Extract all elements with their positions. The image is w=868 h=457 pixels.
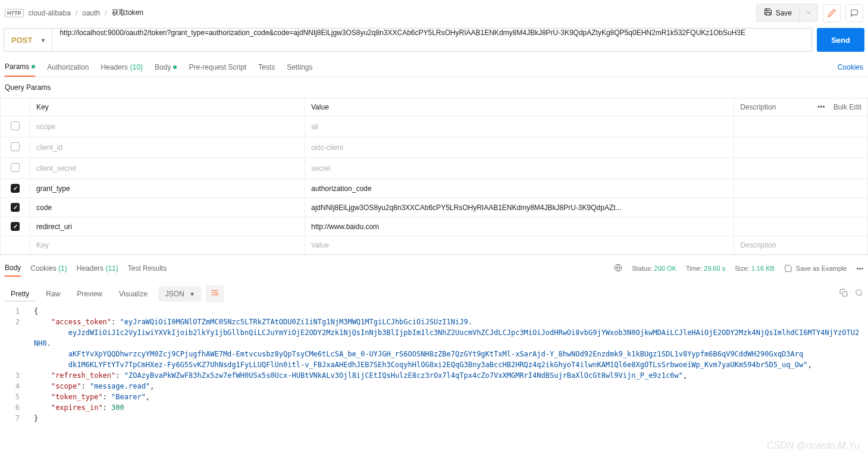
- svg-rect-4: [842, 292, 847, 296]
- param-description[interactable]: [734, 179, 868, 198]
- table-row-new: KeyValueDescription: [1, 236, 868, 255]
- size: Size: 1.16 KB: [735, 265, 775, 272]
- breadcrumb-current: 获取token: [112, 8, 143, 18]
- time: Time: 29.60 s: [686, 265, 725, 272]
- request-bar: POST ▾ http://localhost:9000/oauth2/toke…: [4, 28, 812, 52]
- resp-tab-test-results[interactable]: Test Results: [128, 261, 167, 276]
- globe-icon[interactable]: [614, 264, 622, 273]
- tab-params[interactable]: Params: [5, 58, 35, 77]
- param-value[interactable]: ajdNNIj8EiLjgw3OS8yu2q8n3XXCAb6cPY5LRsOH…: [305, 198, 734, 217]
- param-description[interactable]: [734, 217, 868, 236]
- dot-icon: [173, 65, 177, 69]
- param-description[interactable]: [734, 137, 868, 158]
- chevron-down-icon: ▾: [42, 37, 45, 43]
- view-preview[interactable]: Preview: [71, 286, 108, 302]
- svg-point-5: [856, 290, 861, 295]
- query-params-title: Query Params: [0, 77, 868, 98]
- search-icon[interactable]: [855, 289, 863, 299]
- param-description[interactable]: [734, 198, 868, 217]
- view-raw[interactable]: Raw: [40, 286, 66, 302]
- save-button-group: Save: [756, 4, 818, 22]
- col-key: Key: [30, 98, 305, 117]
- param-key[interactable]: redirect_uri: [30, 217, 305, 236]
- save-button[interactable]: Save: [757, 4, 799, 21]
- checkbox[interactable]: [11, 121, 20, 130]
- param-description-placeholder[interactable]: Description: [734, 236, 868, 255]
- tab-settings[interactable]: Settings: [287, 58, 312, 76]
- method-label: POST: [11, 36, 32, 45]
- view-pretty[interactable]: Pretty: [5, 286, 35, 302]
- checkbox[interactable]: [11, 184, 20, 193]
- chevron-down-icon: ▾: [190, 290, 194, 298]
- tab-prerequest[interactable]: Pre-request Script: [189, 58, 246, 76]
- table-row: client_idoidc-client: [1, 137, 868, 158]
- copy-icon[interactable]: [839, 289, 848, 299]
- query-params-table: Key Value Description ••• Bulk Edit scop…: [0, 98, 868, 255]
- breadcrumb-root[interactable]: cloud-alibaba: [29, 9, 71, 17]
- table-row: client_secretsecret: [1, 158, 868, 179]
- more-icon[interactable]: •••: [856, 265, 863, 272]
- save-icon: [764, 8, 772, 18]
- param-key[interactable]: grant_type: [30, 179, 305, 198]
- param-key[interactable]: client_secret: [30, 158, 305, 179]
- param-value[interactable]: all: [305, 117, 734, 137]
- format-select[interactable]: JSON ▾: [158, 286, 201, 302]
- checkbox[interactable]: [11, 142, 20, 151]
- cookies-link[interactable]: Cookies: [838, 58, 863, 76]
- checkbox[interactable]: [11, 203, 20, 212]
- param-value[interactable]: http://www.baidu.com: [305, 217, 734, 236]
- param-key[interactable]: code: [30, 198, 305, 217]
- url-input[interactable]: http://localhost:9000/oauth2/token?grant…: [52, 29, 811, 51]
- resp-tab-cookies[interactable]: Cookies (1): [30, 261, 67, 276]
- checkbox[interactable]: [11, 222, 20, 231]
- checkbox[interactable]: [11, 163, 20, 172]
- tab-body[interactable]: Body: [155, 58, 177, 76]
- col-value: Value: [305, 98, 734, 117]
- tab-headers[interactable]: Headers (10): [101, 58, 143, 76]
- tab-authorization[interactable]: Authorization: [47, 58, 89, 76]
- status: Status: 200 OK: [632, 265, 676, 272]
- param-key-placeholder[interactable]: Key: [30, 236, 305, 255]
- param-key[interactable]: client_id: [30, 137, 305, 158]
- comment-icon[interactable]: [845, 4, 863, 22]
- param-description[interactable]: [734, 158, 868, 179]
- view-visualize[interactable]: Visualize: [113, 286, 153, 302]
- send-button[interactable]: Send: [817, 28, 864, 52]
- method-select[interactable]: POST ▾: [4, 29, 52, 51]
- param-value-placeholder[interactable]: Value: [305, 236, 734, 255]
- edit-icon[interactable]: [823, 4, 841, 22]
- table-row: redirect_urihttp://www.baidu.com: [1, 217, 868, 236]
- param-value[interactable]: oidc-client: [305, 137, 734, 158]
- resp-tab-body[interactable]: Body: [5, 260, 21, 277]
- tab-tests[interactable]: Tests: [258, 58, 275, 76]
- param-value[interactable]: secret: [305, 158, 734, 179]
- save-label: Save: [776, 9, 792, 17]
- response-body[interactable]: 1{2 "access_token": "eyJraWQiOiI0MGNlOTZ…: [0, 306, 868, 436]
- col-description: Description: [740, 103, 776, 111]
- save-dropdown-button[interactable]: [799, 5, 817, 21]
- send-label: Send: [831, 36, 850, 45]
- param-description[interactable]: [734, 117, 868, 137]
- table-row: codeajdNNIj8EiLjgw3OS8yu2q8n3XXCAb6cPY5L…: [1, 198, 868, 217]
- wrap-lines-button[interactable]: [206, 285, 224, 302]
- table-row: scopeall: [1, 117, 868, 137]
- param-key[interactable]: scope: [30, 117, 305, 137]
- bulk-edit-link[interactable]: Bulk Edit: [833, 103, 861, 111]
- save-as-example-button[interactable]: Save as Example: [784, 264, 847, 273]
- svg-line-6: [861, 295, 863, 296]
- breadcrumb-mid[interactable]: oauth: [82, 9, 100, 17]
- breadcrumb: HTTP cloud-alibaba / oauth / 获取token: [5, 8, 143, 18]
- param-value[interactable]: authorization_code: [305, 179, 734, 198]
- more-icon[interactable]: •••: [817, 103, 825, 111]
- http-badge: HTTP: [5, 9, 24, 17]
- dot-icon: [32, 65, 35, 68]
- resp-tab-headers[interactable]: Headers (11): [77, 261, 118, 276]
- table-row: grant_typeauthorization_code: [1, 179, 868, 198]
